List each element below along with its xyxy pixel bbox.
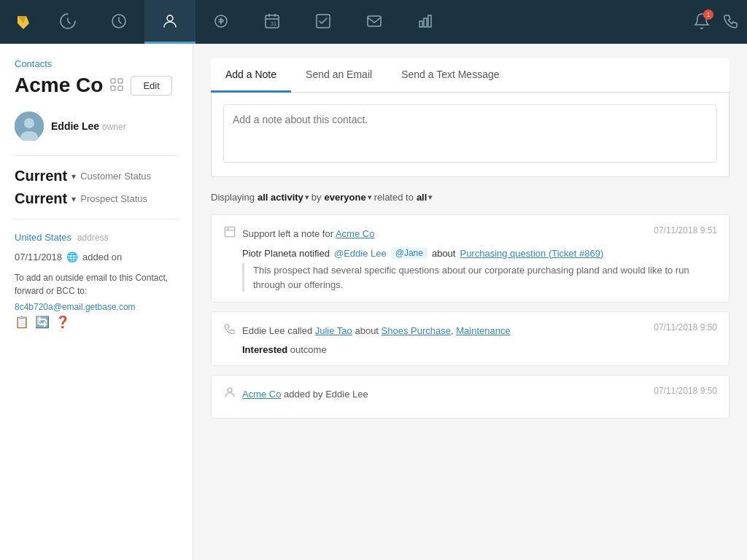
prospect-status-row: Current ▾ Prospect Status <box>15 190 178 207</box>
filter-row: Displaying all activity ▾ by everyone ▾ … <box>211 192 729 203</box>
mention-eddie[interactable]: @Eddie Lee <box>334 248 387 259</box>
tab-send-text[interactable]: Send a Text Message <box>387 58 514 93</box>
grid-icon[interactable] <box>110 78 123 93</box>
acme-co-link-1[interactable]: Acme Co <box>336 228 374 239</box>
svg-point-4 <box>167 15 173 21</box>
top-nav: 31 1 <box>0 0 747 44</box>
avatar <box>15 112 44 141</box>
prospect-status-main: Current <box>15 190 67 207</box>
filter-all-dropdown[interactable]: all ▾ <box>417 192 432 203</box>
owner-row: Eddie Lee owner <box>15 112 178 141</box>
nav-timer[interactable] <box>93 0 144 44</box>
edit-button[interactable]: Edit <box>131 76 171 96</box>
ticket-link[interactable]: Purchasing question (Ticket #869) <box>460 248 603 259</box>
refresh-icon[interactable]: 🔄 <box>35 315 50 329</box>
address-link[interactable]: United States <box>15 232 71 243</box>
note-input[interactable] <box>223 104 717 163</box>
activity-timestamp-2: 07/11/2018 9:50 <box>654 322 717 332</box>
svg-rect-12 <box>428 15 431 27</box>
activity-support-text: Support left a note for Acme Co <box>242 228 374 239</box>
notification-button[interactable]: 1 <box>693 12 711 32</box>
activity-contact-added: Acme Co added by Eddie Lee 07/11/2018 9:… <box>211 375 729 419</box>
svg-point-21 <box>228 388 232 392</box>
filter-by-label: by <box>311 192 322 203</box>
activity-body-2: Interested outcome <box>242 344 717 355</box>
activity-call-text: Eddie Lee called Julie Tao about Shoes P… <box>242 325 511 336</box>
svg-rect-20 <box>225 227 235 237</box>
help-icon[interactable]: ❓ <box>55 315 70 329</box>
page-title-row: Acme Co Edit <box>15 74 178 97</box>
outcome-row: Interested outcome <box>242 344 717 355</box>
filter-all-arrow: ▾ <box>428 193 432 201</box>
nav-email[interactable] <box>349 0 400 44</box>
activity-timestamp-3: 07/11/2018 9:50 <box>654 386 717 396</box>
breadcrumb[interactable]: Contacts <box>15 58 178 69</box>
julie-tao-link[interactable]: Julie Tao <box>315 325 352 336</box>
note-box <box>211 93 729 177</box>
svg-rect-10 <box>419 21 422 27</box>
nav-items: 31 <box>42 0 693 44</box>
svg-rect-14 <box>118 79 123 83</box>
customer-status-row: Current ▾ Customer Status <box>15 168 178 184</box>
logo[interactable] <box>7 6 39 38</box>
maintenance-link[interactable]: Maintenance <box>456 325 510 336</box>
filter-prefix: Displaying <box>211 192 255 203</box>
nav-deals[interactable] <box>196 0 247 44</box>
page-title: Acme Co <box>15 74 103 97</box>
mention-jane[interactable]: @Jane <box>391 247 427 259</box>
globe-icon: 🌐 <box>66 252 78 262</box>
acme-co-link-2[interactable]: Acme Co <box>242 389 281 400</box>
filter-activity-dropdown[interactable]: all activity ▾ <box>258 192 309 203</box>
prospect-status-dropdown[interactable]: ▾ <box>71 194 76 204</box>
activity-body-1: Piotr Planeta notified @Eddie Lee @Jane … <box>242 247 717 292</box>
phone-icon <box>223 322 236 338</box>
phone-button[interactable] <box>722 12 740 32</box>
date-row: 07/11/2018 🌐 added on <box>15 252 178 262</box>
customer-status-dropdown[interactable]: ▾ <box>71 171 76 182</box>
main-layout: Contacts Acme Co Edit <box>0 44 747 560</box>
filter-everyone-dropdown[interactable]: everyone ▾ <box>325 192 371 203</box>
filter-activity-label: all activity <box>258 192 303 203</box>
owner-info: Eddie Lee owner <box>51 120 126 132</box>
nav-reports[interactable] <box>400 0 451 44</box>
shoes-purchase-link[interactable]: Shoes Purchase <box>382 325 451 336</box>
customer-status-main: Current <box>15 168 67 184</box>
outcome-sub: outcome <box>290 344 327 355</box>
activity-call-header-left: Eddie Lee called Julie Tao about Shoes P… <box>223 322 511 338</box>
svg-rect-13 <box>111 79 115 83</box>
copy-icon[interactable]: 📋 <box>15 315 29 329</box>
activity-call-header: Eddie Lee called Julie Tao about Shoes P… <box>223 322 717 338</box>
address-label: address <box>77 233 109 243</box>
contact-icon <box>223 386 236 402</box>
divider-2 <box>15 219 178 219</box>
owner-role-label: owner <box>102 122 126 132</box>
address-row: United States address <box>15 231 178 243</box>
email-address[interactable]: 8c4b720a@email.getbase.com <box>15 302 178 312</box>
date-label: added on <box>82 252 122 262</box>
filter-all-label: all <box>417 192 427 203</box>
activity-contact-added-left: Acme Co added by Eddie Lee <box>223 386 368 402</box>
customer-status-sub: Customer Status <box>80 171 151 182</box>
nav-calendar[interactable]: 31 <box>247 0 298 44</box>
nav-contacts[interactable] <box>144 0 196 44</box>
svg-rect-11 <box>424 18 427 27</box>
main-content: Add a Note Send an Email Send a Text Mes… <box>193 44 747 560</box>
date-value: 07/11/2018 <box>15 252 62 262</box>
activity-tabs: Add a Note Send an Email Send a Text Mes… <box>211 58 729 93</box>
activity-call: Eddie Lee called Julie Tao about Shoes P… <box>211 311 729 366</box>
tab-send-email[interactable]: Send an Email <box>291 58 387 93</box>
filter-related-label: related to <box>374 192 414 203</box>
nav-tasks[interactable] <box>298 0 349 44</box>
svg-rect-16 <box>118 86 123 90</box>
email-info: To add an outside email to this Contact,… <box>15 271 178 298</box>
tab-add-note[interactable]: Add a Note <box>211 58 291 93</box>
note-icon <box>223 225 236 241</box>
filter-everyone-arrow: ▾ <box>368 193 371 201</box>
svg-rect-15 <box>111 86 115 90</box>
svg-text:31: 31 <box>271 21 276 26</box>
activity-timestamp-1: 07/11/2018 9:51 <box>654 225 717 236</box>
nav-dashboard[interactable] <box>42 0 93 44</box>
svg-rect-9 <box>368 16 381 26</box>
activity-contact-text: Acme Co added by Eddie Lee <box>242 389 368 400</box>
mention-body: Piotr Planeta notified @Eddie Lee @Jane … <box>242 247 717 259</box>
